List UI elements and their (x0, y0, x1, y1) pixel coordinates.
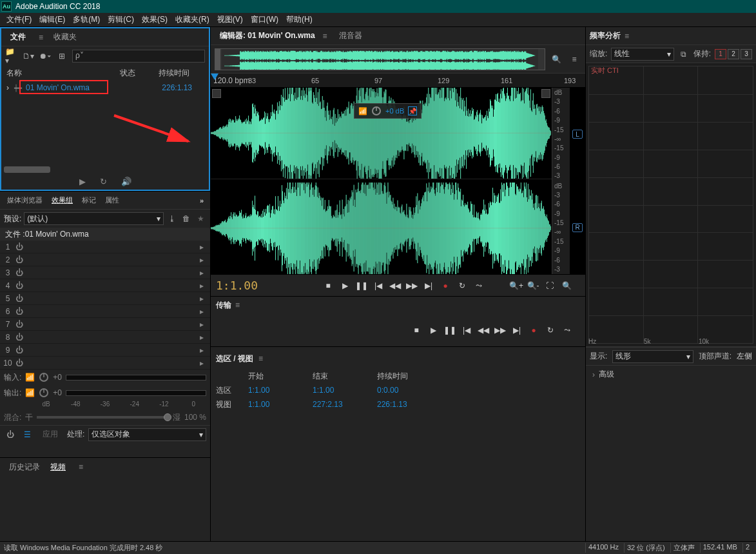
chevron-right-icon[interactable]: ▸ (200, 281, 210, 290)
timeline-ruler[interactable]: 120.0 bpm 33 65 97 129 161 193 (211, 74, 585, 88)
horizontal-scrollbar[interactable] (4, 166, 50, 173)
skip-selection-button[interactable]: ⤳ (471, 279, 487, 293)
sel-start[interactable]: 1:1.00 (248, 386, 313, 395)
power-icon[interactable]: ⏻ (15, 346, 27, 355)
file-row[interactable]: › ┿┿ 01 Movin' On.wma 226:1.13 (1, 80, 209, 95)
play-icon[interactable]: ▶ (79, 177, 86, 186)
power-icon[interactable]: ⏻ (15, 333, 27, 342)
playhead-icon[interactable] (211, 74, 218, 80)
panel-menu-icon[interactable]: ≡ (323, 32, 327, 41)
channel-badge-left[interactable]: L (572, 130, 583, 139)
panel-menu-icon[interactable]: ≡ (235, 301, 240, 310)
stop-button[interactable]: ■ (320, 279, 336, 293)
waveform-editor[interactable]: 🎧 📶 +0 dB 📌 d (211, 88, 585, 274)
sel-dur[interactable]: 0:0.00 (377, 386, 441, 395)
panel-menu-icon[interactable]: ≡ (73, 461, 88, 473)
view-dur[interactable]: 226:1.13 (377, 400, 441, 409)
zoom-reset-button[interactable]: 🔍 (559, 279, 574, 293)
skip-selection-button[interactable]: ⤳ (559, 323, 575, 337)
bpm-display[interactable]: 120.0 bpm (213, 76, 250, 85)
menu-clip[interactable]: 剪辑(C) (104, 13, 138, 26)
rewind-button[interactable]: ◀◀ (387, 279, 403, 293)
overview-handle-right[interactable] (539, 49, 545, 70)
col-status[interactable]: 状态 (120, 68, 159, 79)
fx-slot[interactable]: 3⏻▸ (0, 266, 210, 279)
mix-slider[interactable] (37, 416, 169, 419)
fx-slot[interactable]: 8⏻▸ (0, 331, 210, 344)
overview-handle-left[interactable] (215, 49, 220, 70)
delete-preset-icon[interactable]: 🗑 (180, 214, 192, 223)
stop-button[interactable]: ■ (409, 323, 424, 337)
tab-video[interactable]: 视频 (45, 460, 71, 474)
tab-files[interactable]: 文件 (5, 30, 31, 44)
zoom-in-button[interactable]: 🔍+ (509, 279, 524, 293)
frequency-plot[interactable]: 实时 CTI Hz 5k 10k (586, 63, 756, 347)
save-preset-icon[interactable]: ⭳ (166, 214, 178, 223)
chevron-right-icon[interactable]: ▸ (200, 294, 210, 303)
hud-volume-icon[interactable]: 📶 (358, 107, 367, 115)
skip-start-button[interactable]: |◀ (459, 323, 474, 337)
menu-favorites[interactable]: 收藏夹(R) (171, 13, 213, 26)
fx-slot[interactable]: 9⏻▸ (0, 344, 210, 357)
skip-end-button[interactable]: ▶| (509, 323, 525, 337)
power-icon[interactable]: ⏻ (15, 307, 27, 316)
zoom-fit-button[interactable]: ⛶ (542, 279, 557, 293)
fx-slot[interactable]: 7⏻▸ (0, 318, 210, 331)
play-button[interactable]: ▶ (337, 279, 353, 293)
power-icon[interactable]: ⏻ (15, 255, 27, 264)
hold-button-2[interactable]: 2 (728, 49, 739, 59)
tab-effects-rack[interactable]: 效果组 (47, 194, 77, 206)
open-file-icon[interactable]: 📁▾ (5, 50, 18, 62)
copy-icon[interactable]: ⧉ (678, 50, 690, 59)
more-tabs-icon[interactable]: » (195, 195, 208, 206)
new-file-icon[interactable]: 🗋▾ (22, 50, 35, 62)
skip-start-button[interactable]: |◀ (371, 279, 386, 293)
fx-slot[interactable]: 2⏻▸ (0, 253, 210, 266)
menu-multitrack[interactable]: 多轨(M) (69, 13, 104, 26)
power-icon[interactable]: ⏻ (15, 294, 27, 303)
record-file-icon[interactable]: ⏺▾ (39, 50, 52, 62)
zoom-tool-icon[interactable]: 🔍 (549, 55, 563, 64)
tab-editor[interactable]: 编辑器: 01 Movin' On.wma (215, 29, 320, 43)
timecode-display[interactable]: 1:1.00 (216, 279, 298, 292)
advanced-toggle[interactable]: › 高级 (586, 365, 756, 383)
chevron-right-icon[interactable]: ▸ (200, 320, 210, 329)
fx-slot[interactable]: 4⏻▸ (0, 279, 210, 292)
tab-history[interactable]: 历史记录 (4, 460, 45, 474)
channel-left[interactable]: 📶 +0 dB 📌 (211, 88, 552, 179)
pause-button[interactable]: ❚❚ (354, 279, 369, 293)
power-icon[interactable]: ⏻ (15, 242, 27, 252)
fx-slot[interactable]: 6⏻▸ (0, 305, 210, 318)
display-select[interactable]: 线形▾ (612, 350, 693, 363)
hud-gain-dial[interactable] (371, 106, 382, 116)
loop-icon[interactable]: ↻ (100, 177, 107, 186)
menu-effects[interactable]: 效果(S) (138, 13, 171, 26)
hold-button-1[interactable]: 1 (715, 49, 726, 59)
rack-power-icon[interactable]: ⏻ (4, 430, 17, 439)
input-gain-dial[interactable] (39, 372, 49, 382)
tab-properties[interactable]: 属性 (101, 194, 124, 206)
panel-menu-icon[interactable]: ≡ (34, 32, 48, 43)
menu-file[interactable]: 文件(F) (3, 13, 35, 26)
fx-slot[interactable]: 1⏻▸ (0, 241, 210, 253)
autoplay-icon[interactable]: 🔊 (121, 177, 131, 186)
chevron-right-icon[interactable]: ▸ (200, 242, 210, 252)
chevron-right-icon[interactable]: ▸ (200, 255, 210, 264)
pause-button[interactable]: ❚❚ (442, 323, 458, 337)
hud-pin-icon[interactable]: 📌 (408, 106, 417, 115)
tab-mixer[interactable]: 混音器 (339, 30, 362, 41)
multitrack-icon[interactable]: ⊞ (55, 50, 68, 62)
record-button[interactable]: ● (438, 279, 453, 293)
menu-help[interactable]: 帮助(H) (282, 13, 316, 26)
col-duration[interactable]: 持续时间 (159, 68, 204, 79)
channel-right[interactable] (211, 183, 552, 274)
fast-forward-button[interactable]: ▶▶ (404, 279, 420, 293)
hold-button-3[interactable]: 3 (741, 49, 752, 59)
fast-forward-button[interactable]: ▶▶ (492, 323, 508, 337)
process-select[interactable]: 仅选区对象▾ (88, 428, 206, 441)
loop-button[interactable]: ↻ (454, 279, 470, 293)
search-input[interactable]: ρ˅ (72, 50, 205, 63)
chevron-right-icon[interactable]: ▸ (200, 268, 210, 277)
fx-slot[interactable]: 5⏻▸ (0, 292, 210, 305)
tab-media-browser[interactable]: 媒体浏览器 (3, 194, 47, 206)
